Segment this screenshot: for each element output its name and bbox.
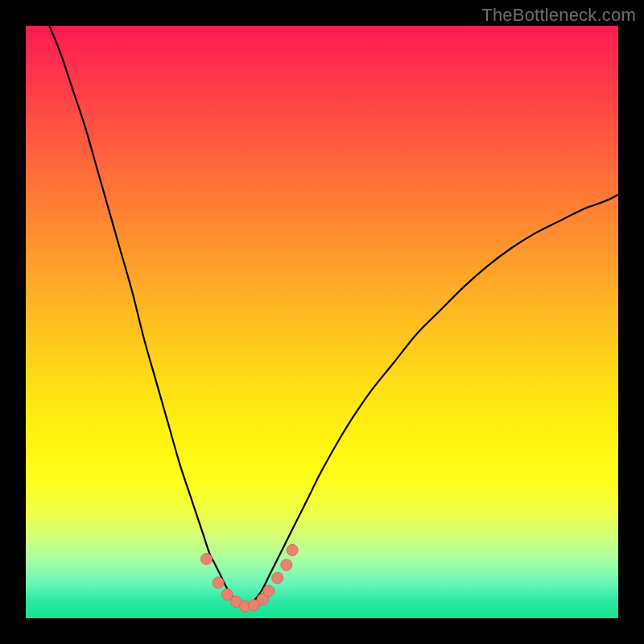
scatter-marker <box>281 559 292 571</box>
scatter-marker <box>200 553 212 564</box>
plot-area <box>26 26 618 618</box>
scatter-marker <box>287 544 298 555</box>
scatter-markers <box>200 544 298 612</box>
bottleneck-curve-path <box>49 26 618 606</box>
watermark-text: TheBottleneck.com <box>481 5 636 26</box>
outer-frame: TheBottleneck.com <box>0 0 644 644</box>
scatter-marker <box>263 585 275 597</box>
scatter-marker <box>272 572 283 584</box>
scatter-marker <box>213 577 224 588</box>
bottleneck-curve-svg <box>26 26 618 618</box>
